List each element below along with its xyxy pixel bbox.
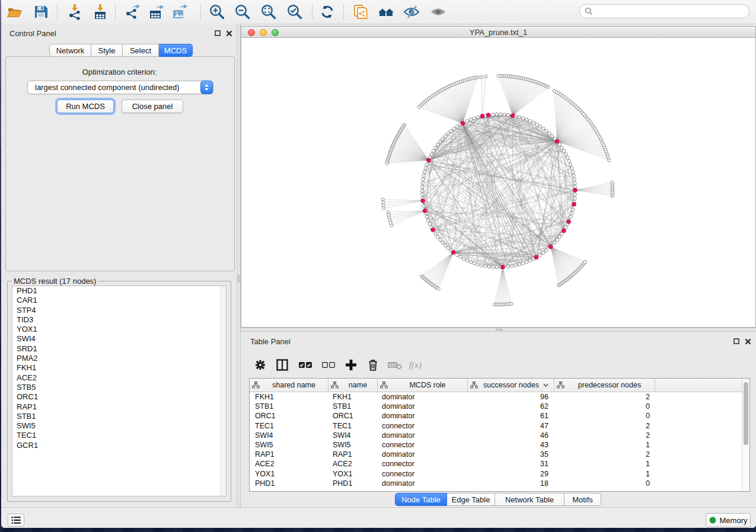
mcds-result-item[interactable]: ORC1	[12, 392, 226, 402]
column-header-label: MCDS role	[409, 381, 445, 389]
attribute-icon	[557, 382, 564, 389]
mcds-result-item[interactable]: GCR1	[12, 441, 226, 450]
mcds-result-item[interactable]: PMA2	[12, 354, 226, 363]
export-table-button[interactable]	[146, 2, 166, 22]
close-panel-button[interactable]	[744, 338, 751, 345]
export-image-button[interactable]	[169, 2, 189, 22]
toolbar-separator	[312, 4, 312, 20]
table-cell: FKH1	[255, 392, 326, 402]
table-cell: 2	[554, 421, 650, 431]
table-cell: connector	[382, 469, 465, 479]
memory-button[interactable]: Memory	[706, 513, 751, 527]
close-icon	[745, 338, 751, 345]
run-mcds-button[interactable]: Run MCDS	[57, 100, 114, 113]
import-table-button[interactable]	[90, 2, 110, 22]
trash-icon	[366, 358, 379, 371]
column-header-predecessor-nodes[interactable]: predecessor nodes	[554, 379, 655, 392]
table-cell: PHD1	[255, 479, 326, 488]
table-row[interactable]: SWI5SWI5connector431	[250, 440, 742, 450]
table-row[interactable]: PHD1PHD1dominator180	[250, 479, 742, 488]
close-panel-button-mcds[interactable]: Close panel	[122, 100, 183, 113]
refresh-button[interactable]	[317, 2, 337, 22]
column-header-shared-name[interactable]: shared name	[250, 379, 328, 392]
attribute-icon	[380, 382, 388, 389]
tab-style[interactable]: Style	[91, 44, 123, 57]
tab-mcds[interactable]: MCDS	[159, 44, 193, 57]
close-panel-button[interactable]	[225, 30, 232, 37]
export-network-button[interactable]	[122, 2, 142, 22]
mcds-result-item[interactable]: FKH1	[12, 363, 226, 373]
network-view-titlebar[interactable]: YPA_prune.txt_1	[241, 27, 755, 38]
table-row[interactable]: RAP1RAP1dominator352	[250, 450, 742, 459]
select-all-button[interactable]	[296, 357, 315, 373]
mcds-result-item[interactable]: SWI4	[12, 334, 226, 344]
tab-node-table[interactable]: Node Table	[395, 493, 447, 506]
mcds-result-item[interactable]: CAR1	[12, 296, 226, 305]
tab-select[interactable]: Select	[123, 44, 159, 57]
table-x-icon	[387, 360, 403, 370]
table-settings-button[interactable]	[251, 357, 270, 373]
mcds-result-item[interactable]: YOX1	[12, 325, 226, 334]
mcds-result-item[interactable]: STP4	[12, 306, 226, 315]
table-row[interactable]: SWI4SWI4dominator462	[250, 431, 742, 440]
mcds-result-item[interactable]: STB1	[12, 412, 226, 421]
mcds-result-item[interactable]: SWI5	[12, 421, 226, 431]
table-row[interactable]: YOX1YOX1connector291	[250, 469, 742, 479]
table-cell: connector	[382, 421, 465, 431]
table-row[interactable]: TEC1TEC1connector472	[250, 421, 742, 431]
vertical-splitter[interactable]	[237, 24, 241, 507]
tab-edge-table[interactable]: Edge Table	[447, 493, 495, 506]
mcds-list-scrollbar[interactable]	[220, 286, 226, 496]
criterion-select[interactable]: largest connected component (undirected)	[27, 81, 213, 94]
mcds-result-item[interactable]: RAP1	[12, 402, 226, 412]
zoom-fit-button[interactable]	[259, 2, 279, 22]
table-row[interactable]: ACE2ACE2connector311	[250, 459, 742, 469]
scrollbar-thumb[interactable]	[744, 382, 748, 445]
main-toolbar	[1, 0, 756, 24]
table-cell: 1	[554, 469, 650, 479]
close-icon	[226, 30, 232, 37]
mcds-result-item[interactable]: TID3	[12, 315, 226, 325]
float-panel-button[interactable]	[214, 30, 221, 37]
mcds-result-item[interactable]: PHD1	[12, 286, 226, 296]
zoom-selected-button[interactable]	[285, 2, 305, 22]
table-row[interactable]: ORC1ORC1dominator610	[250, 411, 742, 421]
hide-selected-button[interactable]	[401, 2, 422, 22]
svg-text:f(x): f(x)	[409, 360, 422, 370]
import-network-button[interactable]	[65, 2, 85, 22]
control-panel-tabs: NetworkStyleSelectMCDS	[49, 44, 193, 57]
search-input[interactable]	[593, 7, 738, 17]
delete-column-button[interactable]	[363, 357, 382, 373]
horizontal-splitter[interactable]	[241, 328, 756, 332]
first-neighbors-button[interactable]	[376, 2, 396, 22]
tab-network[interactable]: Network	[49, 44, 91, 57]
mcds-result-item[interactable]: TEC1	[12, 431, 226, 440]
table-scrollbar[interactable]	[742, 379, 749, 491]
show-panels-button[interactable]	[8, 514, 24, 527]
clone-network-button[interactable]	[350, 2, 371, 22]
save-session-button[interactable]	[31, 2, 51, 22]
network-view-title: YPA_prune.txt_1	[241, 28, 755, 37]
table-cell: 1	[554, 440, 650, 450]
network-canvas[interactable]	[241, 38, 755, 327]
mcds-result-list[interactable]: PHD1CAR1STP4TID3YOX1SWI4SRD1PMA2FKH1ACE2…	[12, 286, 227, 496]
column-header-successor-nodes[interactable]: successor nodes	[468, 379, 554, 392]
table-row[interactable]: FKH1FKH1dominator962	[250, 392, 742, 402]
zoom-out-button[interactable]	[232, 2, 253, 22]
zoom-in-button[interactable]	[207, 2, 227, 22]
add-column-button[interactable]	[342, 357, 361, 373]
mcds-result-item[interactable]: STB5	[12, 383, 226, 392]
column-header-name[interactable]: name	[328, 379, 378, 392]
open-session-button[interactable]	[4, 2, 24, 22]
mcds-result-item[interactable]: ACE2	[12, 373, 226, 383]
zoom-fit-icon	[260, 3, 277, 21]
column-header-MCDS-role[interactable]: MCDS role	[378, 379, 468, 392]
deselect-all-button[interactable]	[319, 357, 338, 373]
tab-motifs[interactable]: Motifs	[564, 493, 601, 506]
float-panel-button[interactable]	[733, 338, 740, 345]
show-columns-button[interactable]	[273, 357, 292, 373]
tab-network-table[interactable]: Network Table	[495, 493, 564, 506]
mcds-result-item[interactable]: SRD1	[12, 344, 226, 354]
table-row[interactable]: STB1STB1dominator620	[250, 402, 742, 411]
show-hidden-button[interactable]	[428, 2, 448, 22]
